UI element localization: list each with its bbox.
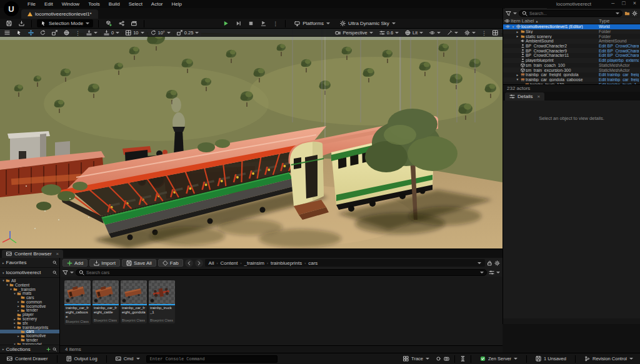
console-command-field[interactable] (146, 355, 278, 363)
breadcrumb-item[interactable]: trainblueprints (271, 260, 302, 266)
maximize-button[interactable]: □ (622, 0, 625, 6)
content-browser-tab[interactable]: Content Browser × (2, 250, 63, 258)
breadcrumb-item[interactable]: Content (221, 260, 238, 266)
item-label-column[interactable]: Item Label ▲ (511, 18, 599, 24)
menu-help[interactable]: Help (168, 1, 186, 7)
expand-arrow-icon[interactable]: ▸ (12, 321, 17, 325)
view-options-icon[interactable] (489, 269, 494, 275)
breadcrumb-item[interactable]: _trainsim (244, 260, 264, 266)
asset-search-input[interactable] (86, 270, 478, 275)
history-back-button[interactable] (185, 259, 193, 267)
asset-search[interactable] (76, 269, 487, 276)
outliner-row[interactable]: ▾locomotiveerectionlevel1 (Editor)World (503, 24, 640, 29)
select-tool-icon[interactable] (14, 29, 24, 36)
project-header[interactable]: ▾ locomotiveerect (0, 268, 59, 278)
outliner-settings-icon[interactable] (632, 11, 638, 16)
menu-actor[interactable]: Actor (148, 1, 167, 7)
projection-dropdown[interactable]: Perspective (332, 29, 375, 36)
expand-arrow-icon[interactable]: ▾ (5, 283, 9, 287)
search-icon[interactable] (52, 347, 57, 352)
cmd-dropdown[interactable]: Cmd (112, 355, 144, 363)
expand-arrow-icon[interactable]: ▸ (16, 300, 21, 303)
content-drawer-button[interactable]: Content Drawer (3, 355, 52, 363)
breadcrumb-item[interactable]: All (209, 260, 214, 266)
viewport-scene[interactable] (0, 29, 502, 248)
lock-icon[interactable] (487, 260, 492, 265)
expand-arrow-icon[interactable]: ▸ (515, 34, 520, 38)
visibility-eye-icon[interactable] (504, 24, 511, 29)
expand-arrow-icon[interactable]: ▸ (16, 334, 21, 338)
outliner-row[interactable]: BP_CrowdCharacter9Edit BP_CrowdCharacte (503, 48, 640, 53)
close-icon[interactable]: × (537, 94, 540, 99)
show-flags-dropdown[interactable] (427, 29, 443, 36)
outliner-row[interactable]: AmbientSoundAmbientSound (503, 39, 640, 44)
menu-build[interactable]: Build (105, 1, 124, 7)
filter-icon[interactable] (62, 269, 68, 275)
viewport-menu-icon[interactable] (2, 29, 12, 36)
world-local-toggle-icon[interactable] (61, 29, 72, 36)
record-icon[interactable] (436, 356, 441, 362)
actor-type[interactable]: Edit BP_CrowdCharacte (599, 49, 639, 53)
expand-arrow-icon[interactable]: ▸ (12, 317, 17, 321)
save-icon[interactable] (4, 19, 14, 27)
search-icon[interactable] (52, 270, 57, 275)
view-mode-dropdown[interactable]: Lit (402, 29, 426, 36)
trace-dropdown[interactable]: Trace (399, 355, 433, 363)
launch-button[interactable] (258, 19, 268, 27)
actor-type[interactable]: Edit trainbp_car_freight_ (599, 72, 639, 77)
expand-arrow-icon[interactable]: ▾ (511, 25, 516, 29)
expand-arrow-icon[interactable]: ▾ (12, 325, 17, 329)
revision-control-dropdown[interactable]: Revision Control (581, 355, 637, 363)
menu-select[interactable]: Select (125, 1, 146, 7)
import-button[interactable]: Import (89, 259, 120, 267)
actor-type[interactable]: Edit trainbp_truck_1 (599, 82, 639, 84)
level-viewport[interactable]: ⋮ 0 10 10° 0.25 Persp (0, 29, 502, 248)
transform-kebab[interactable]: ⋮ (73, 30, 82, 36)
console-command-input[interactable] (150, 357, 274, 362)
outliner-row[interactable]: BP_CrowdCharacter11Edit BP_CrowdCharacte (503, 53, 640, 58)
outliner-row[interactable]: sm_train_excursion-300StaticMeshActor (503, 67, 640, 72)
new-folder-icon[interactable] (624, 11, 630, 16)
play-options-kebab[interactable]: ⋮ (271, 21, 280, 27)
frame-skip-button[interactable] (233, 19, 243, 27)
preview-dropdown[interactable] (444, 29, 461, 36)
cinematics-icon[interactable] (129, 19, 139, 27)
asset-tile[interactable]: trainbp_car_freight_gondolaBlueprint Cla… (121, 280, 147, 323)
details-tab[interactable]: Details × (505, 92, 544, 101)
outliner-row[interactable]: ▸SkyFolder (503, 29, 640, 34)
asset-tile[interactable]: trainbp_car_freight_cabooseBlueprint Cla… (64, 280, 91, 325)
rotate-tool-icon[interactable] (38, 29, 48, 36)
viewport-kebab[interactable]: ⋮ (479, 30, 489, 36)
close-button[interactable]: × (633, 0, 636, 6)
collections-header[interactable]: ▸ Collections (0, 345, 59, 353)
outliner-row[interactable]: ▸trainbp_car_freight_gondolaEdit trainbp… (503, 72, 640, 77)
actor-type[interactable]: Edit trainbp_car_freight_ (599, 77, 639, 82)
folder-tree-item[interactable]: ▸scenery (0, 317, 59, 321)
outliner-row[interactable]: ▸static sceneryFolder (503, 34, 640, 39)
rotation-snap-dropdown[interactable]: 10° (148, 29, 173, 36)
visibility-column-icon[interactable] (504, 18, 511, 24)
outliner-row[interactable]: sm_train_coach_100StaticMeshActor (503, 63, 640, 68)
close-icon[interactable]: × (56, 251, 59, 257)
filter-icon[interactable] (506, 11, 511, 16)
import-icon[interactable] (16, 19, 26, 27)
surface-snap-value-dropdown[interactable]: 0 (101, 29, 122, 36)
breadcrumb[interactable]: All›Content›_trainsim›trainblueprints›ca… (205, 259, 485, 267)
unreal-logo-icon[interactable]: U (4, 1, 19, 16)
actor-type[interactable]: Edit playerbp_external (599, 58, 639, 62)
favorites-header[interactable]: ▸ Favorites (0, 258, 59, 268)
add-actor-icon[interactable] (104, 19, 114, 27)
outliner-row[interactable]: BP_CrowdCharacter2Edit BP_CrowdCharacte (503, 44, 640, 49)
blueprints-icon[interactable] (116, 19, 126, 27)
asset-tile[interactable]: trainbp_car_freight_cattleBlueprint Clas… (92, 280, 119, 323)
grid-snap-dropdown[interactable]: 10 (123, 29, 146, 36)
minimize-button[interactable]: – (611, 0, 614, 6)
play-button[interactable] (221, 19, 231, 27)
unsaved-button[interactable]: 1 Unsaved (532, 355, 570, 363)
menu-window[interactable]: Window (58, 1, 83, 7)
save-all-button[interactable]: Save All (122, 259, 156, 267)
expand-arrow-icon[interactable]: ▾ (515, 77, 520, 81)
breadcrumb-item[interactable]: cars (308, 260, 318, 266)
actor-type[interactable]: Edit BP_CrowdCharacte (599, 53, 639, 57)
expand-arrow-icon[interactable]: ▸ (515, 73, 520, 77)
